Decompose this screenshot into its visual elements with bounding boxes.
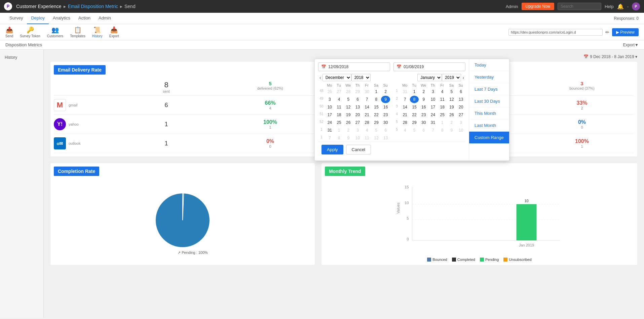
jan-days-header: MoTuWeThFrSaSu	[393, 83, 465, 87]
prev-month-button[interactable]: ‹	[318, 74, 323, 81]
bar-chart-svg: 15 10 5 0 Values 10 Jan	[325, 183, 634, 250]
bar-chart: 15 10 5 0 Values 10 Jan	[325, 180, 634, 255]
yahoo-icon: Y!	[54, 118, 66, 130]
quick-yesterday[interactable]: Yesterday	[469, 71, 509, 83]
top-nav: P Customer Experience ▸ Email Dispositio…	[0, 0, 644, 13]
key-icon: 🔑	[27, 26, 34, 34]
dec-month-select[interactable]: December	[323, 74, 351, 81]
toolbar: 📤 Send 🔑 Survey Token 👥 Customers 📋 Temp…	[0, 24, 644, 40]
legend-unsubscribed: Unsubscribed	[503, 258, 531, 262]
export-icon: 📥	[110, 26, 118, 34]
next-month-button[interactable]: ›	[461, 74, 465, 81]
export-button[interactable]: Export▼	[623, 43, 639, 47]
sidebar-history[interactable]: History	[0, 53, 43, 62]
cal-dec-grid: ‹ December 2018 MoTuWeThFrSaSu 482627282…	[318, 74, 390, 142]
calendar-overlay: 📅 12/09/2018 📅 01/08/2019 ‹ December 201…	[314, 59, 509, 161]
admin-label: Admin	[506, 4, 518, 9]
toolbar-export[interactable]: 📥 Export	[109, 26, 119, 38]
nav-action[interactable]: Action	[74, 13, 94, 24]
date-range-picker[interactable]: 📅 9 Dec 2018 - 8 Jan 2019 ▾	[583, 54, 637, 59]
apply-button[interactable]: Apply	[321, 145, 343, 154]
svg-text:15: 15	[405, 185, 409, 189]
bounced-dot	[427, 258, 431, 262]
svg-text:10: 10	[405, 201, 409, 205]
legend-pending: Pending	[480, 258, 499, 262]
cal-to-date[interactable]: 📅 01/08/2019	[393, 62, 465, 71]
toolbar-send[interactable]: 📤 Send	[5, 26, 13, 38]
quick-this-month[interactable]: This Month	[469, 107, 509, 120]
bottom-panels: Completion Rate ↗ Pending : 100%	[50, 163, 637, 265]
user-avatar[interactable]: P	[632, 2, 640, 10]
calendar-to-icon: 📅	[396, 64, 402, 69]
top-nav-right: Admin Upgrade Now Help 🔔 - P	[506, 2, 640, 10]
cancel-button[interactable]: Cancel	[346, 145, 371, 154]
completed-dot	[452, 258, 456, 262]
nav-survey[interactable]: Survey	[5, 13, 27, 24]
disposition-metrics-title: Disposition Metrics	[5, 42, 42, 47]
calendar-from-icon: 📅	[321, 64, 326, 69]
jan-year-select[interactable]: 2019	[442, 74, 461, 81]
history-icon: 📜	[93, 26, 101, 34]
quick-custom-range[interactable]: Custom Range	[469, 132, 509, 144]
dec-days: 4826272829301249345678950101112131415165…	[318, 88, 390, 142]
outlook-icon: o✉	[54, 137, 66, 149]
toolbar-survey-token[interactable]: 🔑 Survey Token	[20, 26, 40, 38]
pie-svg	[149, 187, 216, 254]
app-logo: P	[4, 2, 12, 10]
upgrade-button[interactable]: Upgrade Now	[522, 3, 554, 10]
quick-last-month[interactable]: Last Month	[469, 120, 509, 132]
jan-days: 1311234562789101112133141516171819204212…	[393, 88, 465, 134]
toolbar-right: https://dev.questionpro.com/a/cxLogin.d …	[508, 28, 639, 36]
toolbar-templates[interactable]: 📋 Templates	[70, 26, 85, 38]
quick-last30[interactable]: Last 30 Days	[469, 95, 509, 107]
completion-header: Completion Rate	[54, 167, 99, 176]
edit-url-icon[interactable]: ✏	[605, 30, 609, 35]
unsubscribed-dot	[503, 258, 507, 262]
pending-dot	[480, 258, 484, 262]
cal-dec-header: ‹ December 2018	[318, 74, 390, 81]
svg-text:5: 5	[407, 216, 409, 220]
svg-text:Values: Values	[396, 202, 400, 214]
preview-button[interactable]: ▶ Preview	[612, 28, 639, 36]
svg-rect-12	[516, 204, 536, 240]
quick-today[interactable]: Today	[469, 59, 509, 71]
nav-deploy[interactable]: Deploy	[27, 13, 48, 24]
completion-rate-panel: Completion Rate ↗ Pending : 100%	[50, 163, 315, 265]
quick-options: Today Yesterday Last 7 Days Last 30 Days…	[469, 59, 509, 161]
responses-count: Responses: 0	[614, 16, 639, 21]
second-nav: Survey Deploy Analytics Action Admin Res…	[0, 13, 644, 24]
legend-completed: Completed	[452, 258, 475, 262]
toolbar-history[interactable]: 📜 History	[92, 26, 103, 38]
svg-text:Jan 2019: Jan 2019	[519, 243, 534, 247]
search-input[interactable]	[558, 3, 601, 10]
help-label: Help	[605, 4, 614, 9]
monthly-trend-panel: Monthly Trend 15 10 5 0 Values	[321, 163, 637, 265]
dec-year-select[interactable]: 2018	[351, 74, 371, 81]
cal-actions: Apply Cancel	[318, 142, 465, 157]
svg-text:0: 0	[407, 237, 409, 241]
bell-icon[interactable]: 🔔	[617, 3, 624, 10]
jan-month-select[interactable]: January	[417, 74, 442, 81]
url-display: https://dev.questionpro.com/a/cxLogin.d	[508, 29, 603, 36]
toolbar-customers[interactable]: 👥 Customers	[47, 26, 63, 38]
chevron-icon: ▸	[64, 4, 66, 9]
send-icon: 📤	[6, 26, 13, 34]
breadcrumb-bar: Disposition Metrics Export▼	[0, 40, 644, 50]
templates-icon: 📋	[74, 26, 81, 34]
dec-days-header: MoTuWeThFrSaSu	[318, 83, 390, 87]
cal-jan-header: January 2019 ›	[393, 74, 465, 81]
pie-chart: ↗ Pending : 100%	[54, 180, 311, 262]
cal-grids: ‹ December 2018 MoTuWeThFrSaSu 482627282…	[318, 74, 465, 142]
cal-from-date[interactable]: 📅 12/09/2018	[318, 62, 390, 71]
monthly-trend-header: Monthly Trend	[325, 167, 365, 176]
pie-pending-label: ↗ Pending : 100%	[178, 250, 208, 255]
nav-admin[interactable]: Admin	[94, 13, 115, 24]
nav-analytics[interactable]: Analytics	[49, 13, 74, 24]
customers-icon: 👥	[51, 26, 59, 34]
chart-legend: Bounced Completed Pending Unsubscribed	[325, 258, 634, 262]
quick-last7[interactable]: Last 7 Days	[469, 83, 509, 95]
sidebar: History	[0, 50, 44, 318]
gmail-icon: M	[54, 99, 66, 111]
app-title: Customer Experience ▸ Email Disposition …	[16, 4, 136, 9]
calendar-icon: 📅	[583, 54, 589, 59]
